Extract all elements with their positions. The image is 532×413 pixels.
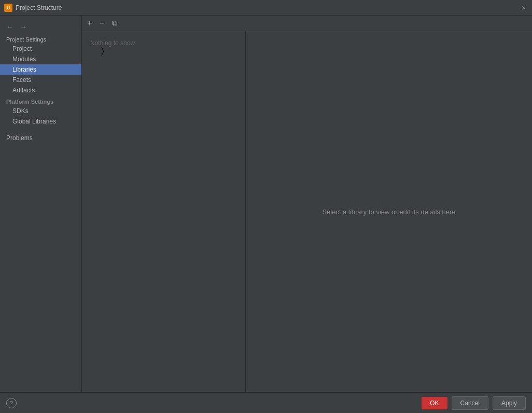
main-layout: ← → Project Settings Project Modules Lib… xyxy=(0,16,532,392)
footer-left: ? xyxy=(6,398,417,408)
project-settings-label: Project Settings xyxy=(0,34,81,44)
left-panel: Nothing to show xyxy=(82,31,246,392)
toolbar: + − ⧉ xyxy=(82,16,532,31)
title-bar: U Project Structure × xyxy=(0,0,532,16)
app-icon: U xyxy=(4,4,12,12)
select-library-text: Select a library to view or edit its det… xyxy=(322,208,455,216)
copy-button[interactable]: ⧉ xyxy=(109,18,120,29)
sidebar-item-project[interactable]: Project xyxy=(0,44,81,54)
sidebar-item-libraries[interactable]: Libraries xyxy=(0,64,81,75)
panel-body: Nothing to show Select a library to view… xyxy=(82,31,532,392)
content-area: + − ⧉ Nothing to show Select a library t… xyxy=(82,16,532,392)
apply-button[interactable]: Apply xyxy=(493,396,526,410)
footer: ? OK Cancel Apply xyxy=(0,392,532,413)
sidebar-item-facets[interactable]: Facets xyxy=(0,75,81,85)
sidebar-item-problems[interactable]: Problems xyxy=(0,133,81,143)
sidebar-item-sdks[interactable]: SDKs xyxy=(0,106,81,116)
title-bar-text: Project Structure xyxy=(16,4,520,11)
cancel-button[interactable]: Cancel xyxy=(452,396,488,410)
sidebar-item-global-libraries[interactable]: Global Libraries xyxy=(0,116,81,127)
ok-button[interactable]: OK xyxy=(422,397,447,409)
right-panel: Select a library to view or edit its det… xyxy=(246,31,532,392)
remove-button[interactable]: − xyxy=(96,18,108,29)
nav-arrows: ← → xyxy=(0,20,81,34)
close-button[interactable]: × xyxy=(520,4,528,12)
forward-arrow[interactable]: → xyxy=(18,22,29,32)
platform-settings-label: Platform Settings xyxy=(0,95,81,106)
help-button[interactable]: ? xyxy=(6,398,17,408)
sidebar-item-modules[interactable]: Modules xyxy=(0,54,81,64)
sidebar-item-artifacts[interactable]: Artifacts xyxy=(0,85,81,95)
sidebar: ← → Project Settings Project Modules Lib… xyxy=(0,16,82,392)
back-arrow[interactable]: ← xyxy=(4,22,16,32)
nothing-to-show: Nothing to show xyxy=(82,31,245,55)
add-button[interactable]: + xyxy=(84,18,95,29)
